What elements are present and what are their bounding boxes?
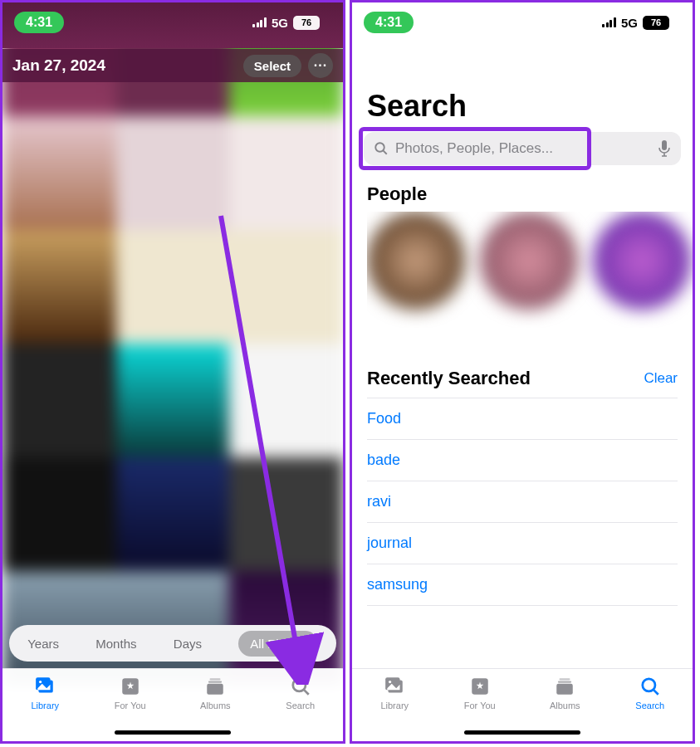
tab-foryou[interactable]: For You — [438, 676, 523, 710]
network-label: 5G — [621, 16, 638, 30]
svg-rect-17 — [560, 678, 570, 680]
svg-line-8 — [304, 690, 308, 694]
signal-icon — [252, 17, 267, 27]
mic-icon[interactable] — [658, 140, 671, 157]
svg-rect-5 — [208, 681, 222, 683]
svg-rect-19 — [557, 684, 574, 695]
status-bar: 4:31 5G 76 — [2, 2, 343, 42]
avatar[interactable] — [367, 212, 465, 310]
foryou-icon — [119, 676, 142, 697]
view-filter[interactable]: Years Months Days All Photos — [9, 625, 336, 662]
page-title: Search — [367, 89, 467, 124]
network-label: 5G — [272, 16, 288, 30]
library-screen: 4:31 5G 76 Jan 27, 2024 Select ··· Years… — [0, 0, 345, 744]
library-icon — [383, 676, 406, 697]
select-button[interactable]: Select — [243, 55, 301, 77]
svg-point-2 — [39, 681, 42, 683]
battery-icon: 76 — [293, 16, 320, 30]
svg-rect-4 — [210, 678, 221, 680]
search-screen: 4:31 5G 76 Search Photos, People, Places… — [350, 0, 695, 744]
time-pill[interactable]: 4:31 — [14, 12, 64, 33]
annotation-highlight — [359, 127, 591, 170]
filter-months[interactable]: Months — [95, 637, 136, 651]
search-icon — [289, 676, 312, 697]
home-indicator[interactable] — [115, 730, 231, 735]
people-row[interactable] — [367, 212, 693, 328]
tab-albums[interactable]: Albums — [173, 676, 258, 710]
tab-albums[interactable]: Albums — [522, 676, 608, 710]
avatar[interactable] — [480, 212, 578, 310]
time-pill[interactable]: 4:31 — [364, 12, 414, 33]
date-header: Jan 27, 2024 Select ··· — [2, 49, 343, 82]
svg-rect-18 — [558, 681, 571, 683]
avatar[interactable] — [593, 212, 691, 310]
filter-days[interactable]: Days — [174, 637, 202, 651]
recent-item[interactable]: journal — [367, 523, 678, 564]
tab-foryou[interactable]: For You — [88, 676, 174, 710]
signal-icon — [602, 17, 616, 27]
more-button[interactable]: ··· — [308, 53, 333, 78]
recent-item[interactable]: bade — [367, 440, 678, 481]
library-icon — [33, 676, 56, 697]
recent-list: Food bade ravi journal samsung — [367, 398, 678, 606]
search-icon — [639, 676, 662, 697]
recent-item[interactable]: ravi — [367, 481, 678, 523]
recent-item[interactable]: Food — [367, 398, 678, 440]
recent-header-row: Recently Searched Clear — [367, 368, 678, 389]
svg-rect-6 — [208, 684, 224, 695]
svg-point-7 — [293, 679, 306, 691]
tab-search[interactable]: Search — [608, 676, 693, 710]
tab-library[interactable]: Library — [352, 676, 438, 710]
svg-line-21 — [653, 690, 658, 694]
svg-rect-12 — [662, 140, 667, 150]
clear-button[interactable]: Clear — [644, 370, 678, 387]
filter-all[interactable]: All Photos — [238, 631, 318, 657]
home-indicator[interactable] — [464, 730, 580, 735]
recent-item[interactable]: samsung — [367, 564, 678, 606]
tab-search[interactable]: Search — [258, 676, 344, 710]
foryou-icon — [468, 676, 492, 697]
filter-years[interactable]: Years — [27, 637, 59, 651]
svg-point-15 — [389, 681, 391, 683]
people-header: People — [367, 183, 427, 205]
battery-icon: 76 — [643, 16, 669, 30]
status-right: 5G 76 — [252, 16, 320, 30]
albums-icon — [553, 676, 576, 697]
status-right: 5G 76 — [602, 16, 669, 30]
tab-library[interactable]: Library — [2, 676, 88, 710]
status-bar: 4:31 5G 76 — [352, 2, 693, 42]
albums-icon — [203, 676, 227, 697]
svg-point-20 — [643, 679, 655, 691]
recent-header: Recently Searched — [367, 368, 531, 389]
date-label: Jan 27, 2024 — [12, 56, 105, 75]
